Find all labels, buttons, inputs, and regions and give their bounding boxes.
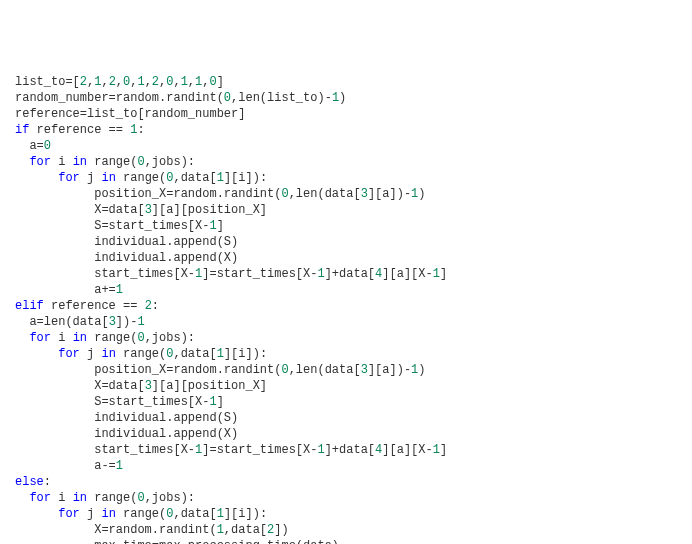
code-line: max_time=max_processing_time(data) [15,538,677,544]
code-line: S=start_times[X-1] [15,394,677,410]
code-line: for j in range(0,data[1][i]): [15,506,677,522]
code-line: individual.append(S) [15,234,677,250]
code-line: reference=list_to[random_number] [15,106,677,122]
code-line: individual.append(X) [15,426,677,442]
code-line: position_X=random.randint(0,len(data[3][… [15,186,677,202]
code-line: start_times[X-1]=start_times[X-1]+data[4… [15,266,677,282]
code-line: X=data[3][a][position_X] [15,378,677,394]
code-line: elif reference == 2: [15,298,677,314]
code-line: start_times[X-1]=start_times[X-1]+data[4… [15,442,677,458]
code-line: individual.append(S) [15,410,677,426]
code-line: if reference == 1: [15,122,677,138]
code-line: individual.append(X) [15,250,677,266]
code-line: random_number=random.randint(0,len(list_… [15,90,677,106]
code-line: a+=1 [15,282,677,298]
code-line: X=random.randint(1,data[2]) [15,522,677,538]
pencil-icon[interactable] [668,522,682,536]
code-line: for j in range(0,data[1][i]): [15,170,677,186]
code-line: position_X=random.randint(0,len(data[3][… [15,362,677,378]
code-line: for i in range(0,jobs): [15,330,677,346]
code-line: X=data[3][a][position_X] [15,202,677,218]
code-line: S=start_times[X-1] [15,218,677,234]
code-line: for i in range(0,jobs): [15,490,677,506]
code-line: else: [15,474,677,490]
code-line: a-=1 [15,458,677,474]
code-line: a=0 [15,138,677,154]
code-line: for j in range(0,data[1][i]): [15,346,677,362]
code-block: list_to=[2,1,2,0,1,2,0,1,1,0]random_numb… [15,74,677,544]
code-line: for i in range(0,jobs): [15,154,677,170]
code-line: list_to=[2,1,2,0,1,2,0,1,1,0] [15,74,677,90]
code-line: a=len(data[3])-1 [15,314,677,330]
